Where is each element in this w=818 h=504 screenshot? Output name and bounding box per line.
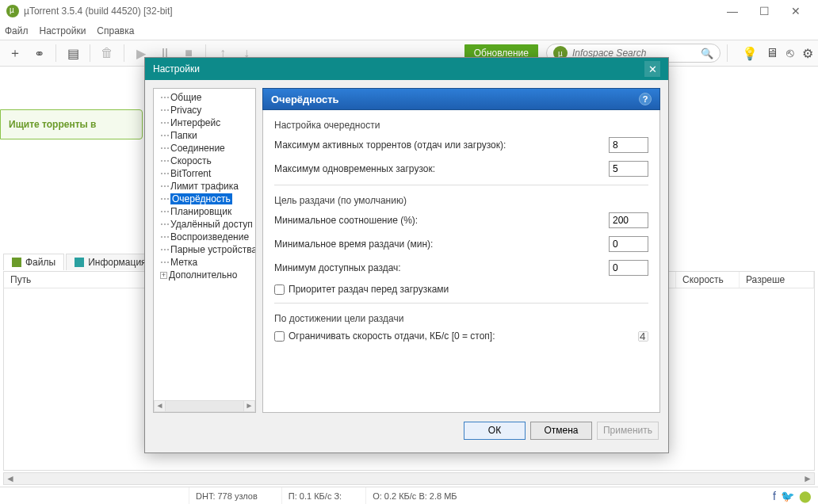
group-goal-title: По достижении цели раздачи: [274, 313, 648, 324]
dialog-titlebar: Настройки ✕: [145, 58, 668, 80]
max-downloads-input[interactable]: [609, 161, 648, 177]
scroll-right-icon[interactable]: ►: [801, 473, 814, 484]
tree-item-1[interactable]: ⋯Privacy: [154, 104, 255, 116]
banner-text: Ищите торренты в: [9, 119, 96, 130]
tree-item-label: Интерфейс: [170, 117, 220, 128]
help-icon[interactable]: ?: [639, 93, 652, 105]
tree-item-11[interactable]: ⋯Воспроизведение: [154, 231, 255, 243]
max-downloads-label: Максимум одновременных загрузок:: [274, 163, 609, 174]
min-ratio-label: Минимальное соотношение (%):: [274, 215, 609, 226]
menu-settings[interactable]: Настройки: [40, 25, 86, 36]
tree-item-label: Общие: [170, 92, 201, 103]
android-icon[interactable]: ⬤: [799, 490, 812, 502]
section-header: Очерёдность ?: [262, 88, 660, 110]
status-down: П: 0.1 КБ/с З:: [281, 487, 342, 504]
tree-item-7[interactable]: ⋯Лимит трафика: [154, 180, 255, 193]
dialog-buttons: ОК Отмена Применить: [145, 421, 668, 446]
lightbulb-icon[interactable]: 💡: [742, 46, 758, 61]
tree-item-label: Удалённый доступ: [170, 219, 253, 230]
detail-tabs: Файлы Информация: [3, 254, 155, 270]
tree-item-12[interactable]: ⋯Парные устройства: [154, 243, 255, 256]
tree-item-8[interactable]: ⋯Очерёдность: [154, 193, 255, 205]
col-resolve[interactable]: Разреше: [740, 272, 814, 288]
apply-button[interactable]: Применить: [597, 422, 659, 440]
add-torrent-icon[interactable]: ＋: [5, 43, 25, 63]
info-icon: [75, 258, 84, 267]
tab-info[interactable]: Информация: [66, 254, 155, 270]
group-seed-title: Цель раздачи (по умолчанию): [274, 195, 648, 206]
tree-item-9[interactable]: ⋯Планировщик: [154, 205, 255, 218]
dialog-close-icon[interactable]: ✕: [644, 61, 660, 77]
share-icon[interactable]: ⎋: [786, 46, 794, 61]
ok-button[interactable]: ОК: [464, 422, 526, 440]
menu-help[interactable]: Справка: [97, 25, 134, 36]
section-title: Очерёдность: [271, 94, 339, 105]
create-torrent-icon[interactable]: ▤: [63, 43, 83, 63]
tree-item-label: Воспроизведение: [170, 231, 249, 242]
search-banner[interactable]: Ищите торренты в: [0, 109, 143, 139]
tree-item-3[interactable]: ⋯Папки: [154, 129, 255, 142]
min-ratio-input[interactable]: [609, 212, 648, 228]
section-body: Настройка очередности Максимум активных …: [262, 110, 660, 413]
tab-files[interactable]: Файлы: [3, 254, 64, 270]
remote-icon[interactable]: 🖥: [766, 46, 778, 61]
min-avail-label: Минимум доступных раздач:: [274, 262, 609, 273]
add-url-icon[interactable]: ⚭: [29, 43, 49, 63]
min-seedtime-label: Минимальное время раздачи (мин):: [274, 239, 609, 250]
tree-item-label: Очерёдность: [170, 193, 232, 204]
maximize-button[interactable]: ☐: [748, 0, 780, 22]
files-icon: [12, 258, 21, 267]
tree-item-0[interactable]: ⋯Общие: [154, 91, 255, 104]
limit-upload-input: [638, 331, 648, 342]
col-speed[interactable]: Скорость: [676, 272, 740, 288]
tree-item-5[interactable]: ⋯Скорость: [154, 155, 255, 167]
seed-priority-checkbox[interactable]: [274, 284, 285, 295]
max-active-input[interactable]: [609, 137, 648, 153]
max-active-label: Максимум активных торрентов (отдач или з…: [274, 139, 609, 151]
tree-item-label: Privacy: [170, 105, 201, 116]
preferences-icon[interactable]: ⚙: [802, 46, 813, 61]
min-seedtime-input[interactable]: [609, 236, 648, 252]
tree-item-label: Лимит трафика: [170, 181, 239, 192]
search-icon[interactable]: 🔍: [701, 48, 713, 59]
tree-item-2[interactable]: ⋯Интерфейс: [154, 116, 255, 129]
tree-item-4[interactable]: ⋯Соединение: [154, 142, 255, 155]
status-up: О: 0.2 КБ/с В: 2.8 МБ: [365, 487, 457, 504]
tree-item-label: Скорость: [170, 155, 212, 166]
menu-file[interactable]: Файл: [5, 25, 29, 36]
limit-upload-checkbox[interactable]: [274, 331, 285, 342]
status-bar: DHT: 778 узлов П: 0.1 КБ/с З: О: 0.2 КБ/…: [0, 487, 818, 504]
twitter-icon[interactable]: 🐦: [781, 490, 794, 502]
tab-files-label: Файлы: [25, 257, 55, 268]
scroll-left-icon[interactable]: ◄: [4, 473, 17, 484]
tree-scroll-right-icon[interactable]: ►: [243, 400, 255, 412]
cancel-button[interactable]: Отмена: [530, 422, 592, 440]
delete-icon[interactable]: 🗑: [97, 43, 117, 63]
menu-bar: Файл Настройки Справка: [0, 22, 818, 40]
tree-item-label: Соединение: [170, 143, 225, 154]
minimize-button[interactable]: —: [717, 0, 748, 22]
close-button[interactable]: ✕: [780, 0, 812, 22]
tree-item-label: Папки: [170, 130, 197, 141]
tree-item-10[interactable]: ⋯Удалённый доступ: [154, 218, 255, 231]
tree-item-label: Метка: [170, 257, 197, 268]
scroll-track[interactable]: [17, 474, 801, 483]
settings-tree[interactable]: ⋯Общие⋯Privacy⋯Интерфейс⋯Папки⋯Соединени…: [153, 88, 256, 413]
tree-item-label: BitTorrent: [170, 168, 211, 179]
tree-item-label: Парные устройства: [170, 244, 256, 255]
tree-scrollbar[interactable]: ◄►: [154, 400, 255, 412]
facebook-icon[interactable]: f: [773, 490, 776, 502]
seed-priority-label: Приоритет раздач перед загрузками: [289, 284, 449, 295]
tree-item-6[interactable]: ⋯BitTorrent: [154, 167, 255, 180]
horizontal-scrollbar[interactable]: ◄ ►: [3, 472, 815, 485]
tree-item-13[interactable]: ⋯Метка: [154, 256, 255, 269]
min-avail-input[interactable]: [609, 260, 648, 276]
tab-info-label: Информация: [88, 257, 146, 268]
tree-item-label: Дополнительно: [169, 269, 237, 281]
tree-scroll-left-icon[interactable]: ◄: [154, 400, 166, 412]
limit-upload-label: Ограничивать скорость отдачи, КБ/с [0 = …: [289, 330, 634, 342]
dialog-title: Настройки: [153, 63, 200, 74]
window-titlebar: µTorrent 3.5.4 (build 44520) [32-bit] — …: [0, 0, 818, 22]
app-icon: [6, 5, 19, 17]
tree-item-14[interactable]: +Дополнительно: [154, 269, 255, 281]
